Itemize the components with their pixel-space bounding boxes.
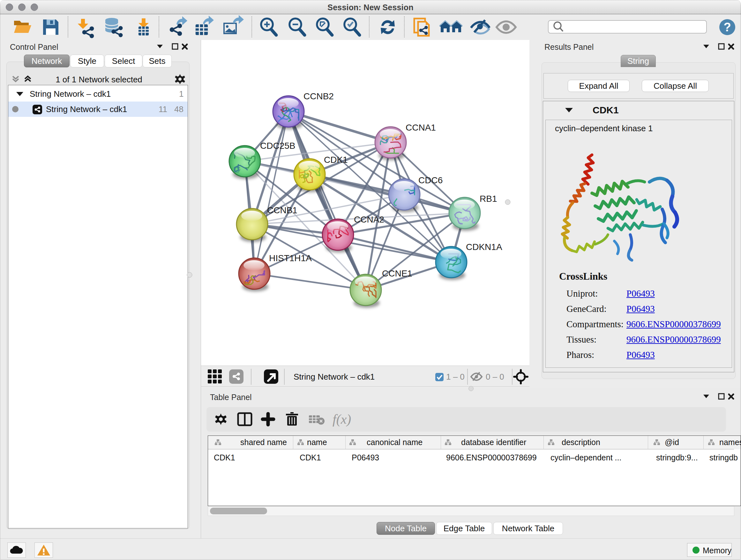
svg-text:HIST1H1A: HIST1H1A xyxy=(269,253,312,263)
svg-text:CDKN1A: CDKN1A xyxy=(466,242,502,252)
svg-text:CCNB1: CCNB1 xyxy=(267,205,297,215)
svg-text:cyclin–dependent ...: cyclin–dependent ... xyxy=(550,453,621,462)
svg-text:canonical name: canonical name xyxy=(367,438,422,447)
svg-text:String Network – cdk1: String Network – cdk1 xyxy=(293,372,375,381)
svg-text:stringdb: stringdb xyxy=(710,453,738,462)
svg-text:CCNE1: CCNE1 xyxy=(382,268,412,278)
svg-text:CDC6: CDC6 xyxy=(418,175,443,185)
svg-text:@id: @id xyxy=(665,438,679,447)
svg-text:CDK1: CDK1 xyxy=(214,453,235,462)
svg-text:CCNA2: CCNA2 xyxy=(354,214,384,225)
svg-text:CCNB2: CCNB2 xyxy=(304,91,334,101)
svg-text:CCNA1: CCNA1 xyxy=(406,123,436,132)
svg-text:9606.ENSP00000378699: 9606.ENSP00000378699 xyxy=(446,453,537,462)
svg-text:namespac: namespac xyxy=(719,438,741,447)
svg-text:RB1: RB1 xyxy=(480,194,497,204)
svg-text:stringdb:9...: stringdb:9... xyxy=(656,453,698,462)
svg-text:shared name: shared name xyxy=(240,438,287,447)
svg-text:0 – 0: 0 – 0 xyxy=(486,372,504,381)
svg-text:CDC25B: CDC25B xyxy=(260,141,295,151)
svg-text:CDK1: CDK1 xyxy=(300,453,321,462)
svg-text:description: description xyxy=(562,438,600,447)
svg-text:P06493: P06493 xyxy=(352,453,379,462)
svg-text:f(x): f(x) xyxy=(333,412,351,427)
svg-text:CDK1: CDK1 xyxy=(324,155,348,165)
svg-text:database identifier: database identifier xyxy=(461,438,526,447)
svg-text:1 – 0: 1 – 0 xyxy=(446,372,465,381)
svg-text:?: ? xyxy=(724,20,731,34)
svg-text:name: name xyxy=(307,438,327,447)
